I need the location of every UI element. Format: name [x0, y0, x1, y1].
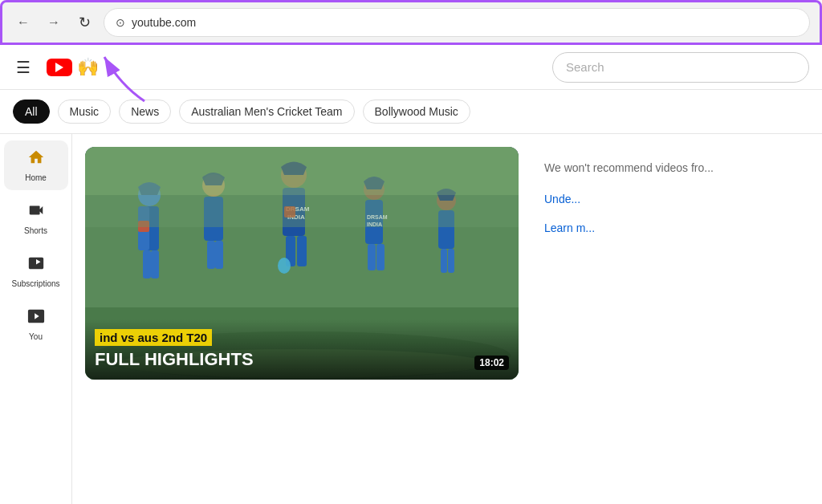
recommendation-note: We won't recommend videos fro...: [544, 160, 796, 177]
sidebar-item-subscriptions[interactable]: Subscriptions: [4, 246, 68, 296]
filter-chips: All Music News Australian Men's Cricket …: [0, 90, 822, 134]
you-icon: [27, 307, 45, 329]
video-thumbnail[interactable]: DRSAM INDIA DRSAM INDIA: [85, 147, 519, 380]
chip-all[interactable]: All: [13, 100, 50, 124]
chip-cricket[interactable]: Australian Men's Cricket Team: [179, 100, 354, 124]
search-placeholder: Search: [566, 60, 604, 74]
security-icon: ⊙: [116, 16, 125, 29]
right-panel: We won't recommend videos fro... Unde...…: [531, 147, 809, 491]
you-label: You: [29, 332, 43, 341]
home-icon: [27, 148, 45, 170]
svg-rect-29: [448, 249, 454, 273]
search-bar[interactable]: Search: [552, 52, 809, 83]
browser-chrome: ← → ↻ ⊙ youtube.com: [0, 0, 822, 45]
svg-rect-24: [368, 244, 376, 270]
url-text: youtube.com: [132, 16, 196, 29]
main-video-card[interactable]: DRSAM INDIA DRSAM INDIA: [85, 147, 519, 491]
sidebar-item-home[interactable]: Home: [4, 140, 68, 190]
svg-point-30: [278, 258, 291, 274]
sidebar-item-shorts[interactable]: Shorts: [4, 193, 68, 243]
chip-news[interactable]: News: [119, 100, 171, 124]
forward-button[interactable]: →: [43, 11, 65, 34]
video-overlay: ind vs aus 2nd T20 FULL HIGHLIGHTS: [85, 319, 519, 380]
shorts-label: Shorts: [24, 226, 47, 235]
subscriptions-icon: [27, 254, 45, 276]
reload-button[interactable]: ↻: [73, 11, 96, 34]
youtube-logo[interactable]: 🙌: [47, 57, 99, 78]
svg-rect-9: [151, 250, 159, 278]
chip-bollywood[interactable]: Bollywood Music: [363, 100, 470, 124]
sidebar-item-you[interactable]: You: [4, 299, 68, 349]
svg-rect-13: [215, 241, 223, 269]
undo-link[interactable]: Unde...: [544, 193, 796, 205]
youtube-app: ☰ 🙌 Search All Music News Australian Men…: [0, 45, 822, 504]
svg-rect-25: [376, 244, 385, 270]
video-subtitle: ind vs aus 2nd T20: [95, 329, 212, 346]
youtube-play-icon: [47, 59, 72, 76]
svg-rect-28: [441, 249, 447, 273]
chip-music[interactable]: Music: [58, 100, 112, 124]
main-content: Home Shorts Subscriptions You: [0, 134, 822, 504]
svg-rect-34: [85, 147, 519, 195]
video-title-overlay: FULL HIGHLIGHTS: [95, 349, 509, 370]
svg-rect-8: [143, 250, 151, 278]
celebration-icon: 🙌: [77, 57, 99, 78]
youtube-header: ☰ 🙌 Search: [0, 45, 822, 90]
shorts-icon: [27, 201, 45, 223]
video-duration: 18:02: [474, 356, 509, 370]
back-button[interactable]: ←: [12, 11, 35, 34]
subscriptions-label: Subscriptions: [11, 279, 59, 288]
hamburger-menu[interactable]: ☰: [13, 55, 34, 80]
sidebar: Home Shorts Subscriptions You: [0, 134, 72, 504]
learn-more-link[interactable]: Learn m...: [544, 222, 796, 234]
address-bar[interactable]: ⊙ youtube.com: [104, 8, 810, 37]
svg-rect-12: [207, 241, 215, 269]
video-feed: DRSAM INDIA DRSAM INDIA: [72, 134, 822, 504]
svg-rect-19: [297, 236, 307, 266]
home-label: Home: [25, 173, 47, 182]
